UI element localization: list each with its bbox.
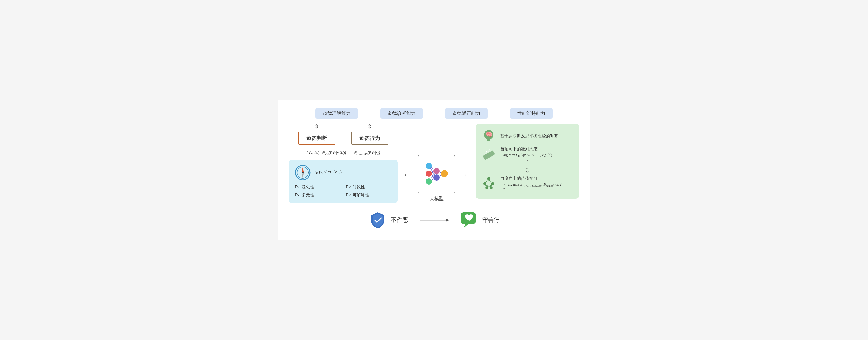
left-section: ⇕ 道德判断 ⇕ 道德行为 P (v; ℳ)=𝔼p(x)[P (v|x|ℳ)] … [289, 124, 398, 203]
svg-text:W: W [296, 172, 298, 174]
blue-panel: N S W E rθ (x, y)=P (vi|y) P₁: 泛化性 P₂: 时… [289, 160, 398, 203]
svg-rect-26 [487, 139, 490, 142]
moral-behavior-label: 道德行为 [351, 132, 389, 145]
middle-section: 大模型 [416, 155, 457, 202]
llm-network-svg [421, 158, 452, 189]
green-row-3: 自底向上的价值学习 v'= arg max 𝔼x~P(x), y~P(y|x; … [482, 176, 573, 190]
bottom-right-item: 守善行 [460, 211, 499, 229]
svg-point-32 [487, 177, 490, 180]
svg-marker-46 [464, 224, 468, 228]
svg-text:🧠: 🧠 [485, 131, 493, 138]
right-to-llm-arrow-container: ← [463, 171, 470, 179]
svg-text:E: E [308, 172, 309, 174]
left-top-row: ⇕ 道德判断 ⇕ 道德行为 [298, 124, 389, 145]
label-moral-understanding: 道德理解能力 [315, 108, 358, 119]
ruler-icon [482, 148, 496, 162]
bottom-right-text: 守善行 [482, 216, 499, 224]
svg-point-36 [490, 186, 493, 189]
formula-row: P (v; ℳ)=𝔼p(x)[P (v|x|ℳ)] 𝔼x~p(v; ℳ)[P (… [306, 151, 380, 155]
green-panel: 🧠 基于罗尔斯反思平衡理论的对齐 [475, 124, 579, 198]
svg-point-22 [433, 175, 440, 181]
svg-text:S: S [302, 178, 303, 180]
top-labels-row: 道德理解能力 道德诊断能力 道德矫正能力 性能维持能力 [289, 108, 579, 119]
green-text-2: 自顶向下的准则约束 [500, 146, 552, 152]
moral-judgment-box: ⇕ 道德判断 [298, 124, 335, 145]
formula-2: 𝔼x~p(v; ℳ)[P (v|x)] [354, 151, 380, 155]
bottom-left-item: 不作恶 [369, 211, 408, 229]
svg-marker-44 [446, 218, 449, 222]
llm-label: 大模型 [430, 195, 443, 202]
svg-line-30 [488, 150, 489, 152]
green-row-2: 自顶向下的准则约束 arg max Pθ (y|x, v1, v2, ..., … [482, 146, 573, 163]
brain-icon: 🧠 [482, 129, 496, 143]
green-double-arrow: ⇕ [482, 166, 573, 174]
p2-label: P₂: 时效性 [346, 185, 392, 190]
shield-icon [369, 211, 387, 229]
svg-point-21 [433, 168, 440, 174]
green-formula-bottom: v'= arg max 𝔼x~P(x), y~P(y|x; ℳ) [Phuman… [503, 182, 563, 190]
green-text-3: 自底向上的价值学习 [500, 176, 563, 181]
updown-arrow-2: ⇕ [367, 124, 372, 129]
arrow-right-long [418, 216, 450, 224]
network-icon [482, 176, 496, 190]
heart-bubble-icon [460, 211, 478, 229]
reward-formula: rθ (x, y)=P (vi|y) [315, 170, 342, 176]
svg-point-20 [426, 178, 432, 185]
moral-judgment-label: 道德判断 [298, 132, 335, 145]
label-performance-maintenance: 性能维持能力 [510, 108, 553, 119]
p3-label: P₃: 多元性 [295, 193, 341, 198]
arrow-left-icon-2: ← [463, 171, 470, 179]
svg-point-5 [302, 172, 304, 174]
blue-panel-top: N S W E rθ (x, y)=P (vi|y) [295, 165, 392, 180]
svg-point-34 [491, 182, 494, 185]
svg-point-18 [426, 163, 432, 169]
svg-point-23 [441, 170, 448, 177]
formula-1: P (v; ℳ)=𝔼p(x)[P (v|x|ℳ)] [306, 151, 346, 155]
svg-line-29 [487, 151, 487, 153]
green-text-1: 基于罗尔斯反思平衡理论的对齐 [500, 133, 558, 139]
green-col-2: 自顶向下的准则约束 arg max Pθ (y|x, v1, v2, ..., … [500, 146, 552, 163]
svg-point-19 [426, 171, 432, 177]
svg-rect-27 [483, 150, 495, 160]
svg-line-31 [490, 150, 490, 151]
p1-label: P₁: 泛化性 [295, 185, 341, 190]
right-section: 🧠 基于罗尔斯反思平衡理论的对齐 [475, 124, 579, 198]
svg-point-35 [485, 186, 489, 189]
bottom-left-text: 不作恶 [391, 216, 408, 224]
svg-line-28 [485, 152, 485, 154]
svg-line-37 [485, 180, 489, 182]
label-moral-correction: 道德矫正能力 [445, 108, 488, 119]
moral-behavior-box: ⇕ 道德行为 [351, 124, 389, 145]
svg-point-33 [483, 182, 487, 185]
llm-box [418, 155, 455, 193]
main-content: ⇕ 道德判断 ⇕ 道德行为 P (v; ℳ)=𝔼p(x)[P (v|x|ℳ)] … [289, 124, 579, 203]
compass-icon: N S W E [295, 165, 311, 180]
svg-line-38 [489, 180, 492, 182]
arrow-left-icon: ← [403, 171, 410, 179]
properties-grid: P₁: 泛化性 P₂: 时效性 P₃: 多元性 P₄: 可解释性 [295, 185, 392, 198]
left-arrow-container: ← [403, 171, 411, 179]
green-col-3: 自底向上的价值学习 v'= arg max 𝔼x~P(x), y~P(y|x; … [500, 176, 563, 190]
svg-text:N: N [302, 165, 303, 167]
diagram-container: 道德理解能力 道德诊断能力 道德矫正能力 性能维持能力 ⇕ 道德判断 ⇕ 道德行… [278, 100, 590, 240]
bottom-row: 不作恶 守善行 [289, 211, 579, 229]
label-moral-diagnosis: 道德诊断能力 [380, 108, 423, 119]
p4-label: P₄: 可解释性 [346, 193, 392, 198]
green-row-1: 🧠 基于罗尔斯反思平衡理论的对齐 [482, 129, 573, 143]
green-formula-top: arg max Pθ (y|x, v1, v2, ..., vk; ℳ) v [503, 153, 552, 161]
updown-arrow-1: ⇕ [314, 124, 319, 129]
